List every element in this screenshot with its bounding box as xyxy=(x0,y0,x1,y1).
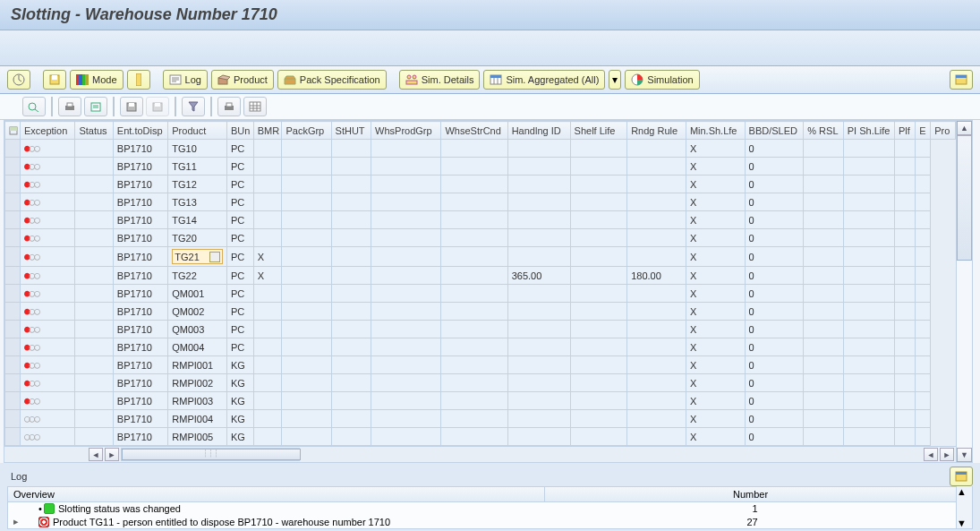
overview-row[interactable]: ▸Product TG11 - person entitled to dispo… xyxy=(8,515,956,528)
col-header[interactable]: StHUT xyxy=(331,122,371,140)
save-layout-button[interactable] xyxy=(120,97,143,116)
row-select[interactable] xyxy=(5,229,21,247)
col-header[interactable]: BBD/SLED xyxy=(745,122,804,140)
col-header[interactable]: Min.Sh.Lfe xyxy=(686,122,745,140)
row-select[interactable] xyxy=(5,267,21,285)
table-row[interactable]: BP1710RMPI001KGX0 xyxy=(5,356,956,374)
table-row[interactable]: BP1710TG11PCX0 xyxy=(5,158,956,176)
hscroll-right[interactable]: ► xyxy=(105,448,119,461)
row-select[interactable] xyxy=(5,428,21,446)
row-select[interactable] xyxy=(5,303,21,321)
overview-number: 1 xyxy=(559,503,950,514)
col-header[interactable]: Status xyxy=(75,122,113,140)
simulation-button[interactable]: Simulation xyxy=(625,70,699,90)
main-toolbar: Mode Log Product Pack Specification Sim.… xyxy=(0,66,980,94)
row-select[interactable] xyxy=(5,176,21,193)
save-layout-disabled-button xyxy=(146,97,169,116)
table-row[interactable]: BP1710QM002PCX0 xyxy=(5,303,956,321)
sim-agg-dropdown[interactable]: ▾ xyxy=(609,70,621,90)
table-row[interactable]: BP1710TG21PCXX0 xyxy=(5,247,956,267)
col-header[interactable]: Shelf Life xyxy=(570,122,627,140)
grid-layout-button[interactable] xyxy=(243,97,267,116)
pack-spec-button[interactable]: Pack Specification xyxy=(277,70,387,90)
row-select[interactable] xyxy=(5,211,21,229)
table-row[interactable]: BP1710TG22PCX365.00180.00X0 xyxy=(5,267,956,285)
sim-details-button[interactable]: Sim. Details xyxy=(399,70,481,90)
log-label: Log xyxy=(185,74,201,85)
table-row[interactable]: BP1710TG10PCX0 xyxy=(5,140,956,158)
col-header[interactable]: Plf xyxy=(895,122,916,140)
row-select[interactable] xyxy=(5,338,21,356)
table-row[interactable]: BP1710QM004PCX0 xyxy=(5,338,956,356)
traffic-light-icon xyxy=(24,214,39,226)
table-row[interactable]: BP1710RMPI002KGX0 xyxy=(5,374,956,392)
row-select[interactable] xyxy=(5,285,21,303)
overview-vscroll-up[interactable]: ▲ xyxy=(957,486,972,497)
hscroll-right-2[interactable]: ► xyxy=(940,448,954,461)
overview-vscroll-down[interactable]: ▼ xyxy=(957,518,972,528)
product-input[interactable]: TG21 xyxy=(172,249,223,264)
header-spacer xyxy=(0,30,980,66)
log-config-button[interactable] xyxy=(950,467,973,486)
col-header[interactable]: Exception xyxy=(20,122,74,140)
table-row[interactable]: BP1710RMPI005KGX0 xyxy=(5,428,956,446)
filter-button[interactable] xyxy=(182,97,205,116)
col-header[interactable]: % RSL xyxy=(804,122,844,140)
col-header[interactable]: Handlng ID xyxy=(507,122,570,140)
table-row[interactable]: BP1710QM003PCX0 xyxy=(5,321,956,338)
overview-row[interactable]: • Slotting status was changed1 xyxy=(8,502,956,515)
data-grid[interactable]: ExceptionStatusEnt.toDispProductBUnBMRPa… xyxy=(4,121,956,446)
svg-rect-32 xyxy=(956,472,967,475)
hscroll-left[interactable]: ◄ xyxy=(89,448,103,461)
row-select[interactable] xyxy=(5,374,21,392)
row-select[interactable] xyxy=(5,193,21,211)
col-header[interactable]: PackGrp xyxy=(282,122,331,140)
col-header[interactable]: Rndg Rule xyxy=(627,122,686,140)
table-row[interactable]: BP1710RMPI003KGX0 xyxy=(5,392,956,410)
col-header[interactable]: WhsProdGrp xyxy=(371,122,441,140)
table-row[interactable]: BP1710TG13PCX0 xyxy=(5,193,956,211)
col-header[interactable]: Pro xyxy=(931,122,956,140)
save-button[interactable] xyxy=(43,70,66,90)
grid-vscroll[interactable]: ▲ ▼ xyxy=(957,120,973,463)
export-button[interactable] xyxy=(84,97,107,116)
sim-agg-button[interactable]: Sim. Aggregated (All) xyxy=(483,70,605,90)
col-header[interactable]: Product xyxy=(168,122,227,140)
details-button[interactable] xyxy=(22,97,46,116)
layout-config-button[interactable] xyxy=(950,70,973,90)
product-button[interactable]: Product xyxy=(211,70,274,90)
table-row[interactable]: BP1710TG12PCX0 xyxy=(5,176,956,193)
table-row[interactable]: BP1710QM001PCX0 xyxy=(5,285,956,303)
col-header[interactable]: E xyxy=(916,122,931,140)
print-preview-button[interactable] xyxy=(217,97,241,116)
grid-hscroll[interactable]: ◄ ► ┆┆┆ ◄ ► xyxy=(4,446,956,462)
row-select[interactable] xyxy=(5,158,21,176)
table-row[interactable]: BP1710TG20PCX0 xyxy=(5,229,956,247)
row-select[interactable] xyxy=(5,356,21,374)
col-header[interactable]: WhseStrCnd xyxy=(441,122,507,140)
col-header[interactable]: Ent.toDisp xyxy=(113,122,167,140)
focus-button[interactable] xyxy=(127,70,150,90)
row-select[interactable] xyxy=(5,140,21,158)
print-button[interactable] xyxy=(58,97,81,116)
col-header[interactable]: BUn xyxy=(226,122,253,140)
col-header[interactable]: BMR xyxy=(253,122,282,140)
value-help-icon[interactable] xyxy=(209,252,220,262)
row-select[interactable] xyxy=(5,392,21,410)
table-row[interactable]: BP1710TG14PCX0 xyxy=(5,211,956,229)
row-select[interactable] xyxy=(5,410,21,428)
row-select[interactable] xyxy=(5,247,21,267)
select-all-button[interactable] xyxy=(5,122,21,140)
traffic-light-icon xyxy=(24,270,39,281)
mode-button[interactable]: Mode xyxy=(70,70,124,90)
hscroll-left-2[interactable]: ◄ xyxy=(924,448,938,461)
vscroll-down[interactable]: ▼ xyxy=(957,448,972,462)
log-button[interactable]: Log xyxy=(163,70,208,90)
overview-vscroll[interactable]: ▲ ▼ xyxy=(957,486,973,529)
expand-icon[interactable]: ▸ xyxy=(13,516,24,527)
table-row[interactable]: BP1710RMPI004KGX0 xyxy=(5,410,956,428)
execute-button[interactable] xyxy=(7,70,30,90)
vscroll-up[interactable]: ▲ xyxy=(957,121,972,135)
col-header[interactable]: PI Sh.Life xyxy=(843,122,894,140)
row-select[interactable] xyxy=(5,321,21,338)
